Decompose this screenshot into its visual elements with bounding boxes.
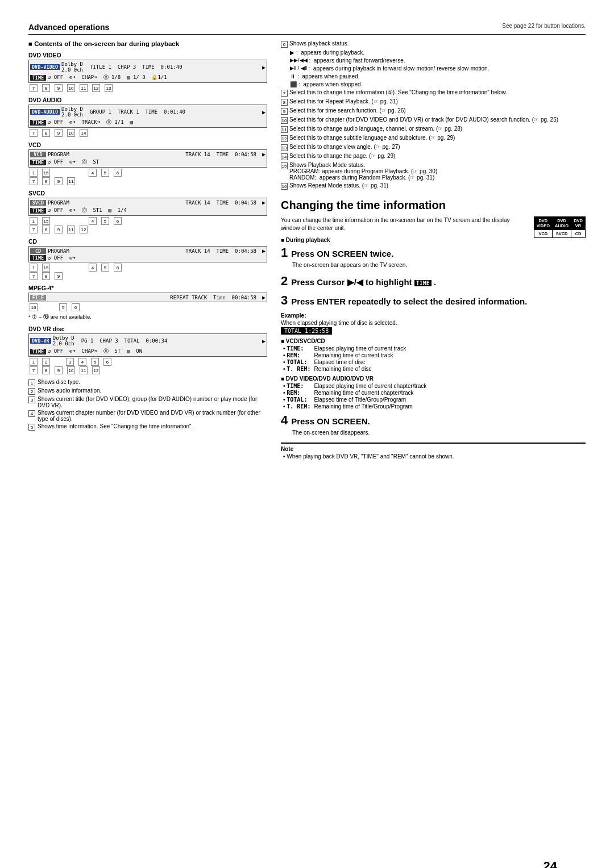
num-9: 9 bbox=[55, 177, 63, 185]
step-2-number: 2 bbox=[281, 274, 288, 289]
num-4: 4 bbox=[89, 264, 97, 272]
num-5: 5 bbox=[101, 217, 109, 225]
num-8: 8 bbox=[42, 84, 50, 92]
page-ref: See page 22 for button locations. bbox=[502, 23, 586, 29]
vcd-trem: T. REM: Remaining time of disc bbox=[283, 366, 586, 372]
note-16: 16Shows Repeat Mode status. (☞ pg. 31) bbox=[281, 182, 586, 190]
step-1-header: 1 Press ON SCREEN twice. bbox=[281, 245, 586, 260]
label-rem: REM: bbox=[287, 352, 314, 358]
num-4: 4 bbox=[78, 358, 86, 366]
osd-time-tag: TIME bbox=[30, 120, 46, 126]
right-notes-list: 6Shows playback status. ▶ : appears duri… bbox=[281, 40, 586, 190]
num-12: 12 bbox=[92, 84, 100, 92]
osd-track-info: TRACK 14 TIME 0:04:58 bbox=[185, 152, 256, 157]
osd-info: PROGRAM TRACK 14 TIME 0:04:58 ▶ bbox=[48, 199, 265, 206]
osd-audio-info: Dolby D2.0 0ch bbox=[61, 106, 83, 118]
note-pause: ⏸ : appears when paused. bbox=[281, 73, 586, 80]
osd-bar-svcd: SVCD PROGRAM TRACK 14 TIME 0:04:58 ▶ TIM… bbox=[28, 198, 267, 216]
num-7: 7 bbox=[30, 366, 38, 374]
osd-info: Dolby D2.0 0ch GROUP 1 TRACK 1 TIME 0:01… bbox=[61, 106, 265, 118]
num-14: 14 bbox=[80, 129, 88, 137]
osd-controls-row: TIME ↺ OFF ⊙➜ CHAP➜ ⓪ 1/8 ▤ 1/ 3 🔒1/1 bbox=[30, 73, 265, 82]
note-num-10: 10 bbox=[281, 117, 288, 124]
pause-icon: ⏸ bbox=[290, 73, 296, 80]
osd-controls: ↺ OFF ⊙➜ TRACK➜ ⓪ 1/1 ▤ bbox=[48, 119, 265, 126]
num-10: 10 bbox=[67, 366, 75, 374]
note-list: When playing back DVD VR, "TIME" and "RE… bbox=[281, 453, 586, 460]
note-item: When playing back DVD VR, "TIME" and "RE… bbox=[283, 453, 586, 460]
label-trem: T. REM: bbox=[287, 366, 314, 372]
num-9: 9 bbox=[55, 84, 63, 92]
label-time: TIME: bbox=[287, 345, 314, 352]
osd-row: FILE REPEAT TRACK Time 00:04:58 ▶ bbox=[30, 294, 265, 301]
note-play: ▶ : appears during playback. bbox=[281, 49, 586, 56]
step-3-header: 3 Press ENTER repeatedly to select the d… bbox=[281, 293, 586, 308]
step-2: 2 Press Cursor ▶/◀ to highlight TIME . bbox=[281, 274, 586, 289]
note-10-text: Select this for chapter (for DVD VIDEO a… bbox=[289, 116, 558, 123]
num-8: 8 bbox=[42, 366, 50, 374]
note-10: 10Select this for chapter (for DVD VIDEO… bbox=[281, 116, 586, 124]
num-6: 6 bbox=[114, 217, 122, 225]
num-4: 4 bbox=[89, 169, 97, 177]
dvd-list: TIME: Elapsed playing time of current ch… bbox=[281, 383, 586, 410]
note-text: Shows current title (for DVD VIDEO), gro… bbox=[38, 396, 267, 408]
step-3: 3 Press ENTER repeatedly to select the d… bbox=[281, 293, 586, 308]
num-4: 4 bbox=[89, 217, 97, 225]
note-num-11: 11 bbox=[281, 126, 288, 133]
num-8: 8 bbox=[42, 226, 50, 233]
badge-dvd-video: DVDVIDEO bbox=[534, 217, 552, 230]
note-7: 7Select this to change time information … bbox=[281, 89, 586, 97]
osd-row: DVD-VR Dolby D2.0 0ch PG 1 CHAP 3 TOTAL … bbox=[30, 335, 265, 347]
num-12: 12 bbox=[92, 366, 100, 374]
osd-title-info: TITLE 1 CHAP 3 TIME 0:01:40 bbox=[90, 64, 182, 70]
osd-repeat-info: REPEAT TRACK Time 00:04:58 bbox=[170, 295, 256, 301]
osd-program: PROGRAM bbox=[48, 200, 69, 206]
num-7: 7 bbox=[30, 272, 38, 280]
note-num-9: 9 bbox=[281, 108, 288, 115]
osd-info: Dolby D2.0 0ch TITLE 1 CHAP 3 TIME 0:01:… bbox=[61, 61, 265, 73]
note-num-7: 7 bbox=[281, 90, 288, 97]
device-label-cd: CD bbox=[28, 238, 267, 245]
dvd-rem: REM: Remaining time of current chapter/t… bbox=[283, 390, 586, 396]
num-6: 6 bbox=[114, 264, 122, 272]
big-section-heading: Changing the time information bbox=[281, 199, 586, 212]
note-ff: ▶▶/◀◀ : appears during fast forward/reve… bbox=[281, 57, 586, 64]
osd-arrow: ▶ bbox=[262, 294, 265, 301]
section-title: Advanced operations bbox=[28, 23, 109, 32]
time-highlight: TIME bbox=[414, 280, 432, 286]
badge-svcd: SVCD bbox=[552, 230, 571, 238]
num-11: 11 bbox=[80, 366, 88, 374]
num-5: 5 bbox=[101, 169, 109, 177]
note-num: 3 bbox=[28, 397, 35, 403]
osd-row: SVCD PROGRAM TRACK 14 TIME 0:04:58 ▶ bbox=[30, 199, 265, 206]
numbered-notes-list: 1Shows disc type. 2Shows audio informati… bbox=[28, 379, 267, 431]
num-9: 9 bbox=[55, 272, 63, 280]
osd-arrow: ▶ bbox=[262, 109, 265, 115]
step-4: 4 Press ON SCREEN. The on-screen bar dis… bbox=[281, 413, 586, 437]
num-5: 5 bbox=[59, 303, 67, 311]
osd-time-tag: TIME bbox=[30, 208, 46, 214]
example-desc: When elapsed playing time of disc is sel… bbox=[281, 320, 586, 326]
osd-number-row-vcd-bottom: 7 8 9 11 bbox=[28, 177, 267, 185]
ff-icon: ▶▶/◀◀ bbox=[290, 57, 308, 63]
note-num-6: 6 bbox=[281, 41, 288, 48]
note-9-text: Select this for time search function. (☞… bbox=[289, 107, 406, 114]
note-15: 15Shows Playback Mode status.PROGRAM: ap… bbox=[281, 162, 586, 181]
osd-row: VCD PROGRAM TRACK 14 TIME 0:04:58 ▶ bbox=[30, 151, 265, 158]
num-15: 15 bbox=[42, 169, 50, 177]
step-3-text: Press ENTER repeatedly to select the des… bbox=[291, 297, 527, 306]
note-12: 12Select this to change subtitle languag… bbox=[281, 135, 586, 142]
vcd-list: TIME: Elapsed playing time of current tr… bbox=[281, 345, 586, 372]
page-number: 24 bbox=[544, 859, 557, 868]
note-12-text: Select this to change subtitle language … bbox=[289, 135, 455, 141]
osd-tag: VCD bbox=[30, 152, 46, 157]
note-text: Shows audio information. bbox=[38, 387, 101, 394]
num-8: 8 bbox=[42, 177, 50, 185]
num-16: 16 bbox=[30, 303, 38, 311]
osd-tag: FILE bbox=[30, 295, 46, 301]
right-column: 6Shows playback status. ▶ : appears duri… bbox=[281, 40, 586, 460]
num-5: 5 bbox=[101, 264, 109, 272]
vcd-total: TOTAL: Elapsed time of disc bbox=[283, 359, 586, 365]
num-10: 10 bbox=[67, 129, 75, 137]
num-1: 1 bbox=[30, 264, 38, 272]
